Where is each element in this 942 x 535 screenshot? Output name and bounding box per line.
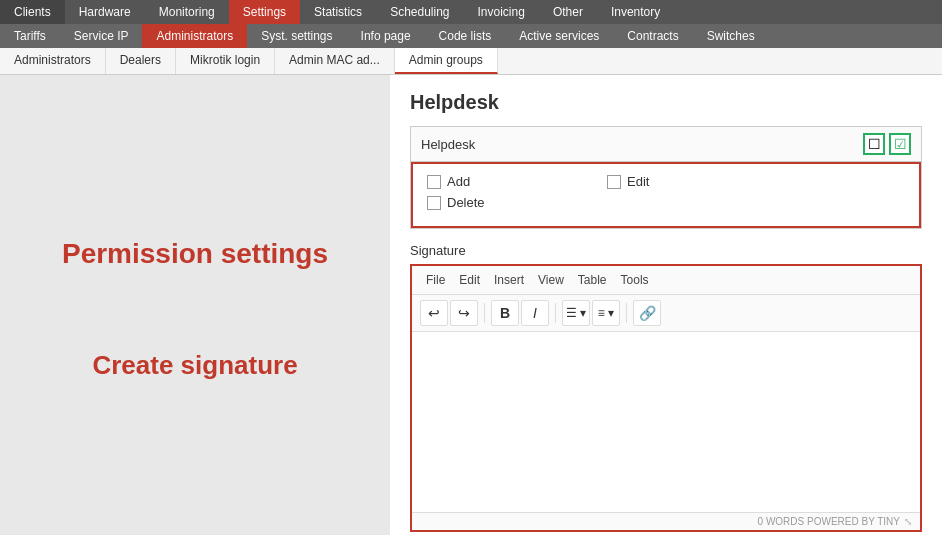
nav-clients[interactable]: Clients xyxy=(0,0,65,24)
nav-bar-primary: Clients Hardware Monitoring Settings Sta… xyxy=(0,0,942,24)
edit-label: Edit xyxy=(627,174,649,189)
editor-area[interactable] xyxy=(412,332,920,512)
nav-monitoring[interactable]: Monitoring xyxy=(145,0,229,24)
subnav-tariffs[interactable]: Tariffs xyxy=(0,24,60,48)
check-all-button[interactable]: ☑ xyxy=(889,133,911,155)
subnav-switches[interactable]: Switches xyxy=(693,24,769,48)
menu-view[interactable]: View xyxy=(532,271,570,289)
nav-bar-secondary: Tariffs Service IP Administrators Syst. … xyxy=(0,24,942,48)
nav-scheduling[interactable]: Scheduling xyxy=(376,0,463,24)
nav-settings[interactable]: Settings xyxy=(229,0,300,24)
editor-menubar: File Edit Insert View Table Tools xyxy=(412,266,920,295)
perm-row-1: Add Edit xyxy=(427,174,905,189)
menu-tools[interactable]: Tools xyxy=(615,271,655,289)
edit-checkbox[interactable] xyxy=(607,175,621,189)
toolbar-sep-2 xyxy=(555,303,556,323)
toolbar-sep-1 xyxy=(484,303,485,323)
nav-inventory[interactable]: Inventory xyxy=(597,0,674,24)
tab-mikrotik-login[interactable]: Mikrotik login xyxy=(176,48,275,74)
bold-button[interactable]: B xyxy=(491,300,519,326)
left-panel: Permission settings Create signature xyxy=(0,75,390,535)
perm-add: Add xyxy=(427,174,547,189)
signature-label: Signature xyxy=(410,243,922,258)
add-checkbox[interactable] xyxy=(427,175,441,189)
redo-button[interactable]: ↪ xyxy=(450,300,478,326)
permission-settings-text: Permission settings xyxy=(62,238,328,270)
italic-button[interactable]: I xyxy=(521,300,549,326)
subnav-contracts[interactable]: Contracts xyxy=(613,24,692,48)
tab-administrators[interactable]: Administrators xyxy=(0,48,106,74)
nav-bar-tertiary: Administrators Dealers Mikrotik login Ad… xyxy=(0,48,942,75)
ordered-list-button[interactable]: ≡ ▾ xyxy=(592,300,620,326)
link-button[interactable]: 🔗 xyxy=(633,300,661,326)
perm-body: Add Edit Delete xyxy=(411,162,921,228)
subnav-code-lists[interactable]: Code lists xyxy=(425,24,506,48)
nav-invoicing[interactable]: Invoicing xyxy=(464,0,539,24)
tab-admin-mac[interactable]: Admin MAC ad... xyxy=(275,48,395,74)
subnav-info-page[interactable]: Info page xyxy=(347,24,425,48)
main-layout: Permission settings Create signature Hel… xyxy=(0,75,942,535)
menu-file[interactable]: File xyxy=(420,271,451,289)
perm-row-2: Delete xyxy=(427,195,905,210)
toolbar-sep-3 xyxy=(626,303,627,323)
tab-dealers[interactable]: Dealers xyxy=(106,48,176,74)
format-group: B I xyxy=(491,300,549,326)
subnav-administrators[interactable]: Administrators xyxy=(142,24,247,48)
resize-handle[interactable]: ⤡ xyxy=(904,516,912,527)
menu-edit[interactable]: Edit xyxy=(453,271,486,289)
unordered-list-button[interactable]: ☰ ▾ xyxy=(562,300,590,326)
delete-label: Delete xyxy=(447,195,485,210)
subnav-active-services[interactable]: Active services xyxy=(505,24,613,48)
perm-header: Helpdesk ☐ ☑ xyxy=(411,127,921,162)
subnav-service-ip[interactable]: Service IP xyxy=(60,24,143,48)
uncheck-all-button[interactable]: ☐ xyxy=(863,133,885,155)
helpdesk-section: Helpdesk ☐ ☑ Add Edit xyxy=(410,126,922,229)
subnav-syst-settings[interactable]: Syst. settings xyxy=(247,24,346,48)
word-count: 0 WORDS POWERED BY TINY xyxy=(758,516,900,527)
delete-checkbox[interactable] xyxy=(427,196,441,210)
perm-header-label: Helpdesk xyxy=(421,137,475,152)
menu-insert[interactable]: Insert xyxy=(488,271,530,289)
perm-edit: Edit xyxy=(607,174,727,189)
undo-redo-group: ↩ ↪ xyxy=(420,300,478,326)
editor-toolbar: ↩ ↪ B I ☰ ▾ ≡ ▾ 🔗 xyxy=(412,295,920,332)
perm-header-icons: ☐ ☑ xyxy=(863,133,911,155)
nav-hardware[interactable]: Hardware xyxy=(65,0,145,24)
right-panel: Helpdesk Helpdesk ☐ ☑ Add Edit xyxy=(390,75,942,535)
editor-container: File Edit Insert View Table Tools ↩ ↪ B … xyxy=(410,264,922,532)
undo-button[interactable]: ↩ xyxy=(420,300,448,326)
nav-statistics[interactable]: Statistics xyxy=(300,0,376,24)
list-group: ☰ ▾ ≡ ▾ xyxy=(562,300,620,326)
page-title: Helpdesk xyxy=(410,91,922,114)
menu-table[interactable]: Table xyxy=(572,271,613,289)
editor-footer: 0 WORDS POWERED BY TINY ⤡ xyxy=(412,512,920,530)
perm-delete: Delete xyxy=(427,195,547,210)
create-signature-text: Create signature xyxy=(92,350,297,381)
nav-other[interactable]: Other xyxy=(539,0,597,24)
add-label: Add xyxy=(447,174,470,189)
tab-admin-groups[interactable]: Admin groups xyxy=(395,48,498,74)
